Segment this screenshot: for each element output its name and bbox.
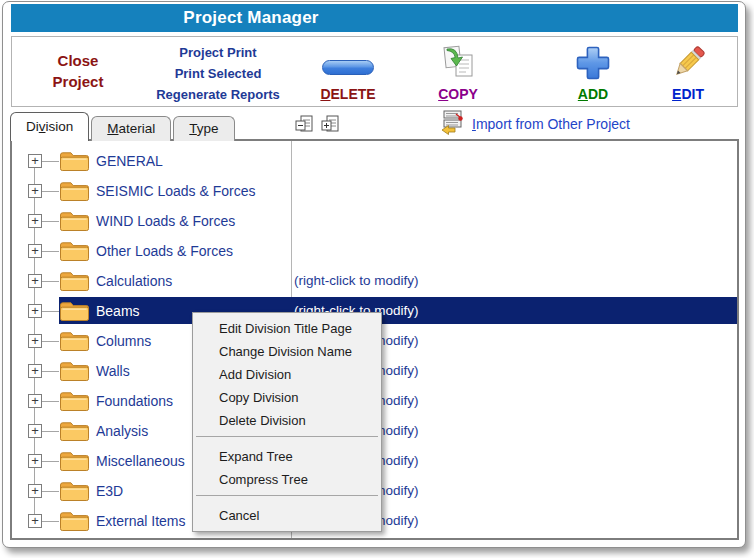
expand-toggle-icon[interactable]: + — [28, 244, 42, 258]
tree-connector-line — [42, 521, 59, 522]
context-menu-item[interactable]: Compress Tree — [193, 468, 381, 491]
folder-icon — [59, 299, 89, 327]
tab-material[interactable]: Material — [91, 116, 171, 141]
folder-icon — [59, 269, 89, 297]
tab-strip: Division Material Type — [10, 109, 739, 140]
print-action-item[interactable]: Regenerate Reports — [130, 84, 306, 105]
tree-item-label[interactable]: Beams — [96, 296, 140, 326]
toolbar: Close Project Project Print Print Select… — [11, 36, 738, 107]
tab-division[interactable]: Division — [10, 112, 89, 141]
copy-button[interactable]: COPY — [416, 43, 500, 102]
edit-button[interactable]: EDIT — [646, 43, 730, 102]
expand-toggle-icon[interactable]: + — [28, 214, 42, 228]
copy-label: COPY — [416, 86, 500, 102]
context-menu-item[interactable]: Change Division Name — [193, 340, 381, 363]
context-menu-item[interactable] — [193, 436, 381, 445]
tree-item-label[interactable]: Walls — [96, 356, 130, 386]
print-action-item[interactable]: Project Print — [130, 42, 306, 63]
tree-item-label[interactable]: External Items — [96, 506, 185, 536]
folder-icon — [59, 389, 89, 417]
expand-toggle-icon[interactable]: + — [28, 514, 42, 528]
window-title: Project Manager — [11, 4, 491, 32]
context-menu: Edit Division Title Page Change Division… — [192, 312, 382, 532]
folder-icon — [59, 179, 89, 207]
expand-toggle-icon[interactable]: + — [28, 334, 42, 348]
close-project-label-line2: Project — [26, 71, 130, 92]
expand-toggle-icon[interactable]: + — [28, 454, 42, 468]
project-manager-window: Project Manager Close Project Project Pr… — [2, 1, 746, 548]
import-from-other-project-button[interactable]: Import from Other Project — [440, 110, 630, 138]
menu-item-label: Delete Division — [219, 413, 306, 428]
context-menu-item[interactable]: Cancel — [193, 504, 381, 527]
tree-row[interactable]: + GENERAL — [12, 146, 737, 176]
tree-item-label[interactable]: Foundations — [96, 386, 173, 416]
tree-item-label[interactable]: Columns — [96, 326, 151, 356]
expand-toggle-icon[interactable]: + — [28, 424, 42, 438]
context-menu-item[interactable]: Add Division — [193, 363, 381, 386]
expand-toggle-icon[interactable]: + — [28, 274, 42, 288]
tree-item-label[interactable]: SEISMIC Loads & Forces — [96, 176, 256, 206]
pencil-icon — [646, 43, 730, 83]
menu-item-label: Cancel — [219, 508, 259, 523]
folder-icon — [59, 419, 89, 447]
folder-icon — [59, 239, 89, 267]
menu-item-label: Add Division — [219, 367, 291, 382]
expand-toggle-icon[interactable]: + — [28, 394, 42, 408]
menu-item-label: Edit Division Title Page — [219, 321, 352, 336]
tree-item-label[interactable]: GENERAL — [96, 146, 163, 176]
add-label: ADD — [551, 86, 635, 102]
folder-icon — [59, 359, 89, 387]
plus-icon — [551, 43, 635, 83]
delete-button[interactable]: DELETE — [306, 43, 390, 102]
tree-connector-line — [42, 281, 59, 282]
tree-connector-line — [42, 401, 59, 402]
tree-connector-line — [42, 311, 59, 312]
expand-toggle-icon[interactable]: + — [28, 304, 42, 318]
tabs: Division Material Type — [10, 112, 237, 141]
title-bar: Project Manager — [11, 4, 738, 32]
folder-icon — [59, 149, 89, 177]
tree-item-label[interactable]: E3D — [96, 476, 123, 506]
tree-item-label[interactable]: Other Loads & Forces — [96, 236, 233, 266]
tree-item-label[interactable]: WIND Loads & Forces — [96, 206, 235, 236]
copy-pages-icon — [416, 43, 500, 83]
menu-item-label: Change Division Name — [219, 344, 352, 359]
edit-label: EDIT — [646, 86, 730, 102]
tree-item-label[interactable]: Analysis — [96, 416, 148, 446]
folder-icon — [59, 449, 89, 477]
menu-item-label: Copy Division — [219, 390, 298, 405]
tree-row[interactable]: + Calculations (right-click to modify) — [12, 266, 737, 296]
screen: Project Manager Close Project Project Pr… — [0, 0, 754, 558]
expand-toggle-icon[interactable]: + — [28, 184, 42, 198]
tree-item-label[interactable]: Calculations — [96, 266, 172, 296]
tree-connector-line — [42, 161, 59, 162]
print-action-item[interactable]: Print Selected — [130, 63, 306, 84]
add-button[interactable]: ADD — [551, 43, 635, 102]
menu-item-label: Expand Tree — [219, 449, 293, 464]
expand-toggle-icon[interactable]: + — [28, 364, 42, 378]
folder-icon — [59, 209, 89, 237]
tree-item-hint: (right-click to modify) — [294, 266, 419, 296]
context-menu-item[interactable] — [193, 495, 381, 504]
context-menu-item[interactable]: Delete Division — [193, 409, 381, 432]
compress-tree-icon[interactable] — [293, 112, 315, 136]
menu-separator — [196, 495, 378, 496]
expand-toggle-icon[interactable]: + — [28, 484, 42, 498]
tree-row[interactable]: + SEISMIC Loads & Forces — [12, 176, 737, 206]
context-menu-item[interactable]: Expand Tree — [193, 445, 381, 468]
expand-tree-icon[interactable] — [319, 112, 341, 136]
tree-row[interactable]: + Other Loads & Forces — [12, 236, 737, 266]
import-icon — [440, 108, 468, 140]
context-menu-item[interactable]: Edit Division Title Page — [193, 317, 381, 340]
delete-icon — [306, 43, 390, 83]
tree-item-label[interactable]: Miscellaneous — [96, 446, 185, 476]
tree-connector-line — [42, 251, 59, 252]
expand-toggle-icon[interactable]: + — [28, 154, 42, 168]
close-project-button[interactable]: Close Project — [26, 50, 130, 92]
context-menu-item[interactable]: Copy Division — [193, 386, 381, 409]
tree-connector-line — [42, 431, 59, 432]
tree-row[interactable]: + WIND Loads & Forces — [12, 206, 737, 236]
tree-connector-line — [42, 371, 59, 372]
tab-type[interactable]: Type — [173, 116, 234, 141]
folder-icon — [59, 509, 89, 537]
